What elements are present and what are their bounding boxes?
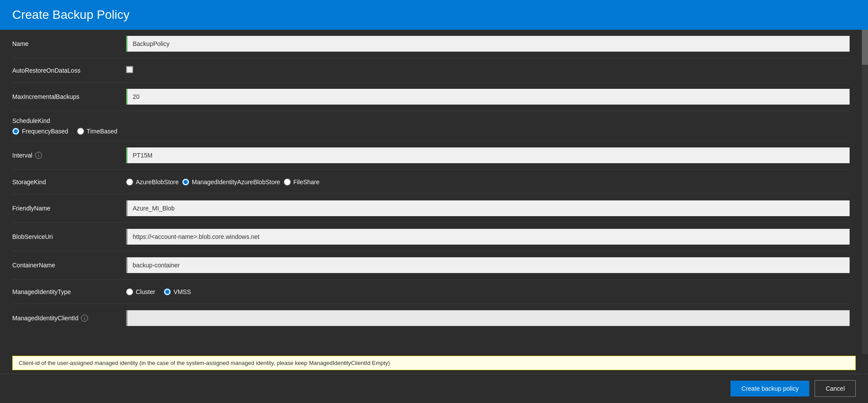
schedule-kind-time-option[interactable]: TimeBased: [77, 128, 117, 135]
storage-kind-managed-label: ManagedIdentityAzureBlobStore: [192, 179, 280, 186]
storage-kind-label: StorageKind: [12, 179, 126, 186]
managed-identity-client-id-row: ManagedIdentityClientId i: [12, 304, 850, 332]
friendly-name-input[interactable]: [126, 200, 850, 216]
form-content: Name AutoRestoreOnDataLoss MaxIncrementa…: [0, 30, 868, 354]
managed-identity-client-id-control: [126, 310, 850, 326]
container-name-row: ContainerName: [12, 251, 850, 280]
name-label: Name: [12, 40, 126, 47]
auto-restore-label: AutoRestoreOnDataLoss: [12, 67, 126, 74]
managed-identity-type-label: ManagedIdentityType: [12, 288, 126, 295]
managed-identity-cluster-radio[interactable]: [126, 288, 133, 295]
auto-restore-row: AutoRestoreOnDataLoss: [12, 58, 850, 83]
schedule-kind-frequency-option[interactable]: FrequencyBased: [12, 128, 68, 135]
schedule-kind-row: ScheduleKind FrequencyBased TimeBased: [12, 111, 850, 141]
managed-identity-client-id-label: ManagedIdentityClientId i: [12, 315, 126, 322]
schedule-kind-frequency-label: FrequencyBased: [22, 128, 68, 135]
interval-input[interactable]: [126, 147, 850, 163]
dialog-title: Create Backup Policy: [12, 8, 856, 22]
storage-kind-fileshare-label: FileShare: [293, 179, 320, 186]
storage-kind-managed-option[interactable]: ManagedIdentityAzureBlobStore: [182, 179, 280, 186]
dialog-footer: Create backup policy Cancel: [0, 374, 868, 403]
max-incremental-input[interactable]: [126, 89, 850, 105]
storage-kind-azure-option[interactable]: AzureBlobStore: [126, 179, 179, 186]
max-incremental-row: MaxIncrementalBackups: [12, 83, 850, 111]
managed-identity-vmss-option[interactable]: VMSS: [164, 288, 191, 295]
managed-identity-type-row: ManagedIdentityType Cluster VMSS: [12, 280, 850, 304]
container-name-input[interactable]: [126, 257, 850, 273]
scrollbar-thumb[interactable]: [862, 30, 868, 65]
storage-kind-fileshare-radio[interactable]: [284, 179, 291, 186]
tooltip-text: Client-id of the user-assigned managed i…: [12, 356, 856, 370]
dialog-header: Create Backup Policy: [0, 0, 868, 30]
blob-service-uri-label: BlobServiceUri: [12, 233, 126, 240]
create-backup-policy-button[interactable]: Create backup policy: [730, 381, 809, 396]
auto-restore-checkbox[interactable]: [126, 66, 133, 73]
schedule-kind-label: ScheduleKind: [12, 117, 126, 124]
storage-kind-control: AzureBlobStore ManagedIdentityAzureBlobS…: [126, 179, 850, 186]
schedule-kind-control: FrequencyBased TimeBased: [12, 128, 117, 135]
friendly-name-label: FriendlyName: [12, 205, 126, 212]
schedule-kind-time-radio[interactable]: [77, 128, 84, 135]
storage-kind-row: StorageKind AzureBlobStore ManagedIdenti…: [12, 170, 850, 194]
friendly-name-row: FriendlyName: [12, 194, 850, 223]
name-control: [126, 36, 850, 52]
scrollbar-track[interactable]: [862, 30, 868, 354]
managed-identity-client-id-input[interactable]: [126, 310, 850, 326]
max-incremental-label: MaxIncrementalBackups: [12, 93, 126, 100]
auto-restore-control: [126, 66, 850, 75]
storage-kind-azure-label: AzureBlobStore: [136, 179, 179, 186]
tooltip-container: Client-id of the user-assigned managed i…: [0, 354, 868, 374]
blob-service-uri-row: BlobServiceUri: [12, 223, 850, 251]
name-row: Name: [12, 30, 850, 58]
blob-service-uri-control: [126, 229, 850, 245]
managed-identity-cluster-option[interactable]: Cluster: [126, 288, 155, 295]
interval-control: [126, 147, 850, 163]
managed-identity-vmss-label: VMSS: [173, 288, 191, 295]
blob-service-uri-input[interactable]: [126, 229, 850, 245]
container-name-control: [126, 257, 850, 273]
cancel-button[interactable]: Cancel: [815, 380, 856, 397]
storage-kind-fileshare-option[interactable]: FileShare: [284, 179, 320, 186]
managed-identity-client-id-info-icon[interactable]: i: [81, 315, 88, 322]
interval-row: Interval i: [12, 141, 850, 170]
interval-info-icon[interactable]: i: [35, 152, 42, 159]
managed-identity-cluster-label: Cluster: [136, 288, 155, 295]
storage-kind-managed-radio[interactable]: [182, 179, 189, 186]
schedule-kind-frequency-radio[interactable]: [12, 128, 19, 135]
managed-identity-vmss-radio[interactable]: [164, 288, 171, 295]
interval-label: Interval i: [12, 152, 126, 159]
name-input[interactable]: [126, 36, 850, 52]
storage-kind-azure-radio[interactable]: [126, 179, 133, 186]
form-body: Name AutoRestoreOnDataLoss MaxIncrementa…: [0, 30, 868, 332]
friendly-name-control: [126, 200, 850, 216]
managed-identity-type-control: Cluster VMSS: [126, 288, 850, 295]
max-incremental-control: [126, 89, 850, 105]
schedule-kind-time-label: TimeBased: [87, 128, 117, 135]
container-name-label: ContainerName: [12, 262, 126, 269]
